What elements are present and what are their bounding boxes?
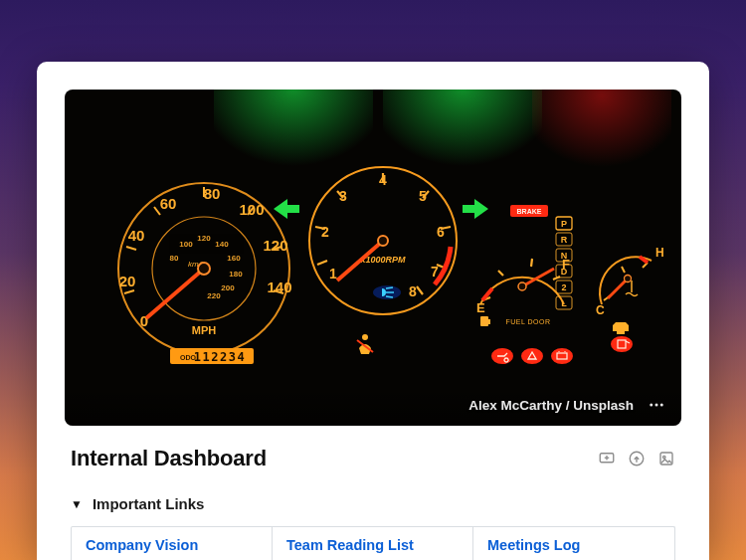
svg-text:80: 80 [204,185,221,202]
document-page: BRAKE 0 20 40 60 80 100 120 140 [37,62,709,560]
link-company-vision[interactable]: Company Vision [86,537,198,553]
temperature-gauge: H C [596,246,664,317]
table-cell: Meetings Log [473,527,674,560]
svg-text:100: 100 [179,240,193,249]
tachometer-gauge: 123 456 78 x1000RPM [309,167,457,314]
add-to-screen-icon[interactable] [598,450,616,467]
svg-point-110 [660,404,663,407]
svg-line-69 [531,259,532,267]
svg-rect-72 [480,316,488,326]
cover-credit-bar: Alex McCarthy / Unsplash [65,386,681,426]
svg-marker-3 [274,199,299,219]
svg-point-58 [378,236,388,246]
seatbelt-indicator-icon [357,334,373,354]
collapse-toggle-icon[interactable]: ▼ [71,497,83,511]
svg-text:MPH: MPH [192,324,217,336]
oil-indicator-icon [491,348,513,364]
svg-text:C: C [596,303,605,317]
svg-text:160: 160 [227,254,241,263]
brake-indicator-icon: BRAKE [510,205,548,217]
more-options-icon[interactable] [648,396,665,414]
svg-point-101 [551,348,573,364]
table-cell: Team Reading List [273,527,473,560]
link-meetings-log[interactable]: Meetings Log [487,537,580,553]
dashboard-illustration: BRAKE 0 20 40 60 80 100 120 140 [65,90,681,426]
svg-text:60: 60 [160,195,177,212]
link-team-reading-list[interactable]: Team Reading List [286,537,414,553]
cover-image[interactable]: BRAKE 0 20 40 60 80 100 120 140 [65,90,681,426]
important-links-section: ▼ Important Links Company Vision Team Re… [37,471,709,560]
headlight-indicator-icon [373,285,401,299]
svg-text:R: R [561,235,568,245]
svg-rect-0 [214,90,373,179]
svg-text:180: 180 [229,270,243,279]
links-table: Company Vision Team Reading List Meeting… [71,526,675,560]
svg-text:220: 220 [207,291,221,300]
svg-text:80: 80 [170,254,179,263]
right-turn-indicator-icon [463,199,488,219]
svg-point-63 [362,334,368,340]
svg-point-35 [198,263,210,275]
svg-text:BRAKE: BRAKE [517,208,542,215]
image-icon[interactable] [657,450,675,467]
svg-point-105 [611,336,633,352]
svg-text:2: 2 [561,282,566,292]
cover-container: BRAKE 0 20 40 60 80 100 120 140 [37,62,709,426]
check-engine-indicator-icon [613,322,629,334]
svg-line-48 [317,261,327,265]
svg-text:140: 140 [215,240,229,249]
fuel-pump-icon [480,316,490,326]
svg-point-99 [521,348,543,364]
svg-text:8: 8 [409,283,417,299]
svg-text:H: H [655,246,664,260]
title-row: Internal Dashboard [37,426,709,471]
share-icon[interactable] [628,450,646,467]
svg-text:20: 20 [119,273,136,289]
svg-text:FUEL DOOR: FUEL DOOR [505,318,550,325]
odometer: ODO 112234 [170,348,254,364]
svg-text:L: L [561,298,567,308]
svg-text:2: 2 [321,224,329,240]
svg-line-28 [126,247,136,250]
svg-line-96 [608,279,628,298]
svg-text:40: 40 [128,227,145,244]
svg-text:120: 120 [263,237,287,254]
svg-point-116 [663,456,665,458]
svg-text:112234: 112234 [194,350,246,364]
svg-point-97 [625,276,632,282]
page-title[interactable]: Internal Dashboard [71,446,267,471]
svg-text:E: E [476,300,485,315]
left-turn-indicator-icon [274,199,299,219]
svg-line-27 [124,290,134,293]
speedometer-gauge: 0 20 40 60 80 100 120 140 80100120 14016… [118,183,292,364]
svg-point-76 [518,282,526,290]
door-ajar-indicator-icon [611,336,633,352]
svg-text:P: P [561,219,567,229]
page-actions [598,450,675,467]
svg-line-55 [417,286,423,294]
svg-text:0: 0 [140,312,148,329]
svg-text:120: 120 [197,234,211,243]
section-header: ▼ Important Links [71,495,675,512]
svg-point-109 [655,404,658,407]
svg-line-62 [386,296,393,297]
svg-point-108 [650,404,653,407]
svg-rect-1 [383,90,542,179]
svg-rect-2 [532,90,671,179]
svg-line-60 [386,287,393,288]
table-cell: Company Vision [72,527,273,560]
battery-indicator-icon [551,348,573,364]
svg-rect-73 [488,319,490,324]
svg-marker-4 [463,199,488,219]
cover-credit-text: Alex McCarthy / Unsplash [468,398,634,413]
section-title[interactable]: Important Links [93,495,205,512]
hazard-indicator-icon [521,348,543,364]
svg-text:6: 6 [437,224,445,240]
coolant-icon [626,280,638,296]
svg-text:200: 200 [221,283,235,292]
svg-line-92 [622,267,625,273]
svg-text:D: D [561,267,568,277]
svg-line-68 [498,271,503,276]
svg-text:N: N [561,251,568,261]
